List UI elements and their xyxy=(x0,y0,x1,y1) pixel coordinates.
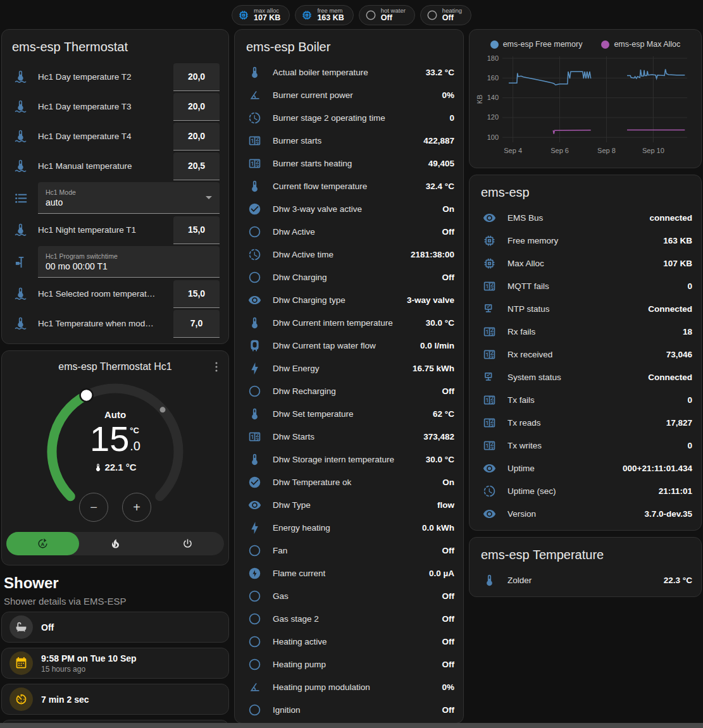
entity-value: 30.0 °C xyxy=(426,455,454,464)
entity-row[interactable]: Flame current 0.0 µA xyxy=(244,562,454,584)
entity-row[interactable]: Dhw Temperature ok On xyxy=(244,471,454,493)
entity-row[interactable]: Hc1 Program switchtime 00 mo 00:00 T1 xyxy=(9,245,221,279)
entity-value: 0 xyxy=(687,395,692,405)
legend-item[interactable]: ems-esp Max Alloc xyxy=(601,40,680,49)
legend-item[interactable]: ems-esp Free memory xyxy=(490,40,583,49)
entity-row[interactable]: MQTT fails 0 xyxy=(478,275,692,297)
entity-row[interactable]: Uptime 000+21:11:01.434 xyxy=(478,457,692,479)
bottom-scrollbar[interactable] xyxy=(0,723,703,728)
hvac-mode-button[interactable] xyxy=(79,532,152,555)
legend-dot xyxy=(601,40,609,49)
status-chip-bar: max alloc 107 KB free mem 163 KB hot wat… xyxy=(0,0,703,29)
entity-row[interactable]: Hc1 Mode auto xyxy=(9,181,221,215)
hvac-mode-button[interactable] xyxy=(151,532,224,555)
entity-value: 21:11:01 xyxy=(659,486,692,496)
entity-row[interactable]: Heating active Off xyxy=(244,630,454,653)
dial-handle[interactable] xyxy=(80,389,93,402)
entity-row[interactable]: Tx reads 17,827 xyxy=(478,411,692,434)
entity-row[interactable]: Dhw Active Off xyxy=(244,220,454,243)
entity-row[interactable]: Dhw Energy 16.75 kWh xyxy=(244,357,454,379)
entity-row[interactable]: Free memory 163 KB xyxy=(478,229,692,252)
entity-row[interactable]: Rx fails 18 xyxy=(478,320,692,343)
entity-row[interactable]: Burner stage 2 operating time 0 xyxy=(244,106,454,129)
eye-icon xyxy=(483,507,496,521)
entity-row[interactable]: Tx fails 0 xyxy=(478,388,692,411)
entity-row[interactable]: Version 3.7.0-dev.35 xyxy=(478,502,692,525)
entity-row[interactable]: Heating pump Off xyxy=(244,653,454,676)
value-box[interactable]: Hc1 Mode auto xyxy=(38,182,220,214)
entity-row[interactable]: Dhw Set temperature 62 °C xyxy=(244,402,454,425)
status-chip[interactable]: max alloc 107 KB xyxy=(232,5,290,25)
entity-row[interactable]: Hc1 Manual temperature 20,5 xyxy=(9,151,221,181)
decrease-temp-button[interactable]: − xyxy=(79,493,108,522)
entity-row[interactable]: Uptime (sec) 21:11:01 xyxy=(478,479,692,502)
entity-row[interactable]: Dhw Current intern temperature 30.0 °C xyxy=(244,311,454,334)
hvac-mode-button[interactable]: A xyxy=(6,532,79,555)
more-menu-icon[interactable] xyxy=(209,360,223,374)
lightning-bolt-icon xyxy=(248,521,261,534)
value-box[interactable]: 20,0 xyxy=(173,123,220,151)
entity-row[interactable]: System status Connected xyxy=(478,366,692,388)
entity-row[interactable]: Hc1 Day temperature T4 20,0 xyxy=(9,121,221,151)
value-box[interactable]: 15,0 xyxy=(173,216,220,244)
value-box[interactable]: 15,0 xyxy=(173,280,220,308)
memory-chart-card[interactable]: ems-esp Free memory ems-esp Max Alloc 10… xyxy=(469,29,702,168)
status-chip[interactable]: hot water Off xyxy=(359,5,415,25)
entity-row[interactable]: Max Alloc 107 KB xyxy=(478,252,692,275)
entity-row[interactable]: Dhw Type flow xyxy=(244,493,454,516)
power-icon xyxy=(182,538,194,550)
entity-row[interactable]: Hc1 Day temperature T3 20,0 xyxy=(9,92,221,121)
entity-row[interactable]: Dhw Storage intern temperature 30.0 °C xyxy=(244,448,454,471)
shower-item[interactable]: 9:58 PM on Tue 10 Sep 15 hours ago xyxy=(1,648,229,679)
value-box[interactable]: 7,0 xyxy=(173,310,220,338)
entity-label: MQTT fails xyxy=(507,281,682,291)
entity-row[interactable]: Dhw Recharging Off xyxy=(244,379,454,402)
entity-row[interactable]: Dhw Starts 373,482 xyxy=(244,425,454,448)
entity-row[interactable]: Tx writes 0 xyxy=(478,434,692,457)
entity-label: Dhw 3-way valve active xyxy=(273,204,437,214)
entity-row[interactable]: Hc1 Temperature when mod… 7,0 xyxy=(9,309,221,338)
entity-row[interactable]: Fan Off xyxy=(244,539,454,562)
current-temp-marker xyxy=(160,407,166,412)
entity-row[interactable]: Burner starts 422,887 xyxy=(244,129,454,152)
entity-row[interactable]: Dhw Charging type 3-way valve xyxy=(244,288,454,311)
entity-label: Hc1 Night temperature T1 xyxy=(38,225,173,235)
entity-row[interactable]: Dhw Current tap water flow 0.0 l/min xyxy=(244,334,454,357)
value-box[interactable]: 20,0 xyxy=(173,63,220,91)
entity-row[interactable]: NTP status Connected xyxy=(478,297,692,320)
entity-row[interactable]: Energy heating 0.0 kWh xyxy=(244,516,454,539)
entity-row[interactable]: Actual boiler temperature 33.2 °C xyxy=(244,61,454,83)
entity-label: Ignition xyxy=(273,705,437,715)
entity-row[interactable]: Burner starts heating 49,405 xyxy=(244,152,454,175)
entity-row[interactable]: Ignition Off xyxy=(244,698,454,721)
shower-item[interactable]: Off xyxy=(1,612,229,643)
entity-row[interactable]: Zolder 22.3 °C xyxy=(478,569,692,591)
entity-row[interactable]: Dhw 3-way valve active On xyxy=(244,197,454,220)
value-box[interactable]: 20,5 xyxy=(173,152,220,180)
entity-row[interactable]: Dhw Active time 2181:38:00 xyxy=(244,243,454,266)
entity-row[interactable]: Current flow temperature 32.4 °C xyxy=(244,175,454,197)
thermometer-icon xyxy=(483,574,496,587)
entity-label: System status xyxy=(507,373,643,382)
progress-clock-icon xyxy=(248,248,261,261)
status-chip[interactable]: heating Off xyxy=(420,5,471,25)
entity-row[interactable]: Gas stage 2 Off xyxy=(244,607,454,630)
shower-item[interactable]: 7 min 2 sec xyxy=(1,684,229,715)
value-box[interactable]: Hc1 Program switchtime 00 mo 00:00 T1 xyxy=(38,246,220,278)
entity-row[interactable]: Dhw Charging Off xyxy=(244,266,454,288)
box-label: Hc1 Program switchtime xyxy=(46,252,212,260)
entity-row[interactable]: Gas Off xyxy=(244,584,454,607)
entity-value: 3-way valve xyxy=(407,295,454,305)
entity-row[interactable]: Burner current power 0% xyxy=(244,83,454,106)
entity-row[interactable]: EMS Bus connected xyxy=(478,206,692,229)
entity-row[interactable]: Rx received 73,046 xyxy=(478,343,692,366)
value-box[interactable]: 20,0 xyxy=(173,93,220,121)
status-chip[interactable]: free mem 163 KB xyxy=(295,5,353,25)
entity-row[interactable]: Hc1 Selected room temperat… 15,0 xyxy=(9,279,221,309)
increase-temp-button[interactable]: + xyxy=(122,493,151,522)
entity-row[interactable]: Hc1 Day temperature T2 20,0 xyxy=(9,62,221,92)
entity-row[interactable]: Hc1 Night temperature T1 15,0 xyxy=(9,215,221,245)
entity-label: Hc1 Day temperature T4 xyxy=(38,132,173,141)
dial-active-arc xyxy=(52,395,87,497)
entity-row[interactable]: Heating pump modulation 0% xyxy=(244,676,454,698)
